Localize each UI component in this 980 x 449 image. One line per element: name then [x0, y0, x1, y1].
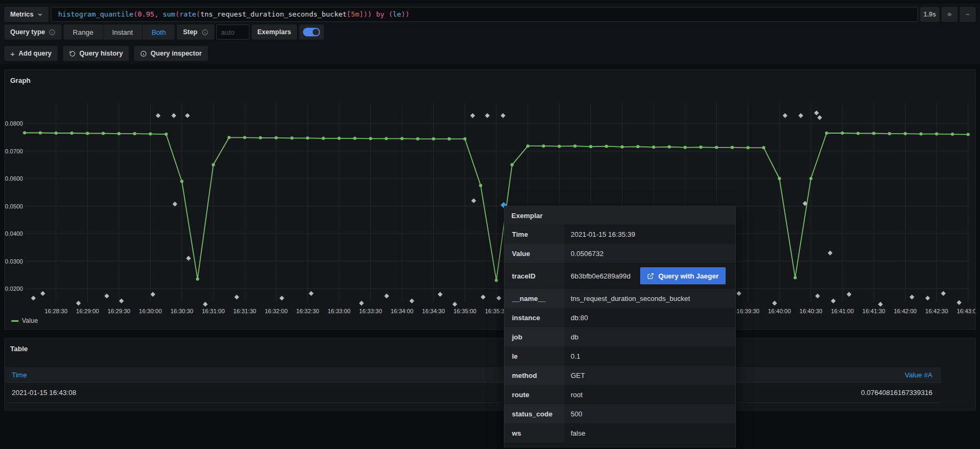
tooltip-row-value: 2021-01-15 16:35:39 — [564, 230, 635, 238]
tooltip-row-label: traceID — [504, 263, 564, 289]
query-type-option-range[interactable]: Range — [64, 25, 103, 40]
svg-text:16:32:30: 16:32:30 — [296, 308, 319, 314]
svg-text:16:31:00: 16:31:00 — [202, 308, 225, 314]
tooltip-value-text: db:80 — [571, 314, 588, 322]
graph-legend[interactable]: Value — [11, 317, 38, 324]
tooltip-row-label: job — [504, 327, 564, 346]
svg-text:16:30:00: 16:30:00 — [139, 308, 162, 314]
tooltip-row-label: ws — [504, 423, 564, 443]
query-token: ] — [359, 10, 363, 18]
query-options-row: Query type Range Instant Both Step Exemp… — [4, 25, 324, 40]
svg-text:16:34:00: 16:34:00 — [391, 308, 414, 314]
query-token: 0.95 — [138, 10, 154, 18]
svg-text:16:29:00: 16:29:00 — [76, 308, 99, 314]
step-label: Step — [177, 25, 214, 40]
tooltip-value-text: GET — [571, 371, 585, 380]
history-icon — [69, 50, 76, 57]
svg-text:16:34:30: 16:34:30 — [422, 308, 445, 314]
add-query-button[interactable]: + Add query — [4, 46, 58, 61]
svg-text:16:35:00: 16:35:00 — [454, 308, 477, 314]
svg-text:0.0700: 0.0700 — [5, 148, 23, 154]
legend-series-label: Value — [22, 317, 38, 324]
query-token: ( — [388, 10, 393, 18]
query-toolbar: Metrics histogram_quantile(0.95, sum(rat… — [0, 3, 980, 64]
tooltip-row-value: GET — [564, 371, 585, 380]
query-token: 5m — [351, 10, 360, 18]
query-token: ( — [196, 10, 200, 18]
query-token: histogram_quantile — [58, 10, 134, 18]
svg-text:0.0400: 0.0400 — [5, 230, 23, 237]
tooltip-row-label: method — [504, 366, 564, 385]
tooltip-row-label: Time — [504, 224, 564, 244]
query-duration-badge: 1.9s — [920, 7, 939, 22]
exemplars-label: Exemplars — [252, 25, 297, 40]
query-token: tns_request_duration_seconds_bucket — [200, 10, 347, 18]
tooltip-value-text: 2021-01-15 16:35:39 — [571, 230, 635, 238]
query-token: )) — [401, 10, 410, 18]
svg-text:16:41:00: 16:41:00 — [831, 308, 854, 314]
tooltip-row-value: 500 — [564, 410, 582, 418]
svg-text:0.0600: 0.0600 — [5, 175, 23, 182]
tooltip-row-value: 6b3bfb0e6289a99dQuery with Jaeger — [564, 267, 726, 284]
query-token: rate — [180, 10, 196, 18]
toggle-pill — [303, 28, 320, 36]
collapse-query-button[interactable] — [960, 7, 976, 22]
eye-icon — [947, 10, 952, 19]
tooltip-row: Value 0.0506732 — [504, 244, 735, 263]
svg-text:16:41:30: 16:41:30 — [862, 308, 885, 314]
query-type-option-instant[interactable]: Instant — [103, 25, 143, 40]
graph-chart[interactable]: 0.08000.07000.06000.05000.04000.03000.02… — [5, 70, 976, 330]
query-with-jaeger-button[interactable]: Query with Jaeger — [640, 267, 726, 284]
toggle-knob — [313, 29, 319, 35]
svg-text:0.0500: 0.0500 — [5, 203, 23, 210]
query-token: , — [154, 10, 163, 18]
svg-text:16:40:00: 16:40:00 — [768, 308, 791, 314]
info-icon — [201, 29, 208, 36]
tooltip-row: traceID 6b3bfb0e6289a99dQuery with Jaege… — [504, 263, 735, 289]
tooltip-value-text: 6b3bfb0e6289a99d — [571, 272, 631, 280]
metrics-dropdown[interactable]: Metrics — [4, 7, 49, 22]
step-input[interactable] — [216, 25, 250, 40]
query-token: )) — [363, 10, 372, 18]
table-header-time[interactable]: Time — [5, 371, 483, 379]
tooltip-row-value: tns_request_duration_seconds_bucket — [564, 295, 690, 303]
tooltip-row-label: status_code — [504, 404, 564, 423]
query-token: ( — [134, 10, 138, 18]
exemplar-tooltip: Exemplar Time 2021-01-15 16:35:39 Value … — [504, 206, 736, 447]
query-inspector-button[interactable]: Query inspector — [134, 46, 208, 61]
query-actions-row: + Add query Query history Query inspecto… — [4, 46, 208, 61]
svg-text:0.0300: 0.0300 — [5, 258, 23, 265]
tooltip-value-text: tns_request_duration_seconds_bucket — [571, 295, 690, 303]
metrics-dropdown-label: Metrics — [10, 11, 34, 18]
tooltip-row-label: Value — [504, 244, 564, 263]
graph-panel-title: Graph — [10, 76, 30, 84]
table-header-row: Time Value #A — [5, 367, 941, 383]
legend-swatch — [11, 320, 19, 322]
tooltip-row-value: 0.0506732 — [564, 250, 603, 258]
tooltip-row-value: db:80 — [564, 314, 588, 322]
tooltip-row-label: instance — [504, 308, 564, 327]
preview-query-button[interactable] — [942, 7, 958, 22]
info-circle-icon — [140, 50, 147, 57]
svg-text:16:31:30: 16:31:30 — [234, 308, 256, 314]
svg-text:16:33:00: 16:33:00 — [328, 308, 351, 314]
query-token: le — [393, 10, 401, 18]
tooltip-row: ws false — [504, 423, 735, 443]
minus-icon — [966, 11, 970, 18]
query-type-option-both[interactable]: Both — [143, 25, 175, 40]
tooltip-row: method GET — [504, 366, 735, 385]
query-history-button[interactable]: Query history — [63, 46, 129, 61]
tooltip-value-text: 0.1 — [571, 352, 580, 360]
query-type-segmented-control: Range Instant Both — [64, 25, 175, 40]
info-icon — [49, 29, 56, 36]
tooltip-row: instance db:80 — [504, 308, 735, 327]
exemplars-toggle[interactable] — [299, 25, 324, 40]
query-row: Metrics histogram_quantile(0.95, sum(rat… — [4, 7, 976, 22]
tooltip-value-text: 0.0506732 — [571, 250, 603, 258]
exemplar-tooltip-body: Time 2021-01-15 16:35:39 Value 0.0506732… — [504, 224, 735, 447]
query-type-label: Query type — [4, 25, 61, 40]
query-input[interactable]: histogram_quantile(0.95, sum(rate(tns_re… — [51, 7, 918, 22]
tooltip-row-value: db — [564, 333, 578, 341]
tooltip-value-text: root — [571, 391, 582, 399]
tooltip-value-text: db — [571, 333, 578, 341]
